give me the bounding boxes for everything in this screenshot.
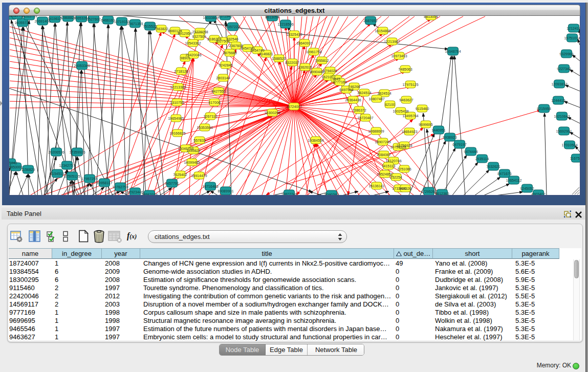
svg-text:9242845: 9242845 [219,63,232,67]
svg-text:10782759: 10782759 [112,185,128,189]
svg-text:3824514: 3824514 [357,91,371,95]
svg-text:7386372: 7386372 [352,108,366,112]
svg-text:16033809: 16033809 [203,16,219,19]
svg-text:252254: 252254 [390,176,402,179]
svg-text:2718126: 2718126 [174,70,188,73]
svg-text:1440951: 1440951 [431,128,445,132]
svg-text:8454749: 8454749 [250,49,264,52]
svg-text:1244415: 1244415 [551,99,565,102]
svg-text:3875685: 3875685 [223,51,236,55]
svg-text:8813054: 8813054 [265,16,279,19]
svg-text:16154808: 16154808 [375,29,390,33]
svg-text:8990448: 8990448 [310,70,323,74]
svg-text:9245052: 9245052 [520,187,534,190]
svg-text:19384554: 19384554 [308,139,323,142]
svg-text:944326: 944326 [399,187,411,190]
svg-text:62100: 62100 [385,103,395,106]
svg-text:2687652: 2687652 [363,19,377,23]
svg-text:12923446: 12923446 [127,190,143,194]
svg-text:23226058: 23226058 [192,30,208,34]
svg-text:16648784: 16648784 [445,50,461,53]
svg-text:2251086: 2251086 [397,167,411,171]
svg-text:4903402: 4903402 [531,192,545,195]
svg-text:9146821: 9146821 [259,52,273,56]
svg-text:15720407: 15720407 [357,116,373,120]
svg-text:17010504: 17010504 [561,143,577,147]
svg-text:10543362: 10543362 [185,41,201,45]
svg-text:557833: 557833 [193,139,205,142]
svg-text:6466160: 6466160 [101,18,115,22]
svg-text:12342757: 12342757 [59,164,75,167]
svg-text:8322037: 8322037 [285,61,299,64]
svg-text:8215958: 8215958 [537,107,551,111]
svg-text:9474444: 9474444 [464,150,477,154]
svg-text:8427552: 8427552 [211,90,225,93]
svg-text:2571945: 2571945 [218,16,232,18]
svg-text:12218506: 12218506 [277,23,293,26]
svg-text:10756928: 10756928 [396,144,412,147]
svg-text:15300295: 15300295 [264,111,280,115]
svg-text:15353594: 15353594 [197,126,212,129]
svg-text:932546: 932546 [226,37,238,41]
svg-text:13716485: 13716485 [202,185,218,188]
svg-text:18640910: 18640910 [296,41,312,45]
svg-text:10973493: 10973493 [391,54,407,58]
svg-text:2935114: 2935114 [475,157,489,161]
svg-text:13495764: 13495764 [402,114,418,118]
svg-text:1588520: 1588520 [272,57,286,60]
svg-text:15914479: 15914479 [191,174,207,178]
svg-text:10807487: 10807487 [368,97,384,101]
svg-text:8090293: 8090293 [324,193,338,195]
svg-text:18724007: 18724007 [286,105,302,108]
svg-text:9115460: 9115460 [416,107,429,111]
svg-text:9329966: 9329966 [559,52,573,56]
svg-text:1167533: 1167533 [570,157,580,160]
svg-text:14120746: 14120746 [385,159,401,163]
svg-text:1415113: 1415113 [382,164,396,168]
svg-text:18907249: 18907249 [375,140,390,144]
svg-text:10872248: 10872248 [281,192,297,195]
svg-text:1362615: 1362615 [298,65,312,69]
svg-text:7485063: 7485063 [398,68,412,71]
svg-text:9463627: 9463627 [399,98,413,102]
svg-text:17957255: 17957255 [81,177,97,181]
svg-text:1310755: 1310755 [170,101,184,104]
svg-text:2084067: 2084067 [377,153,390,157]
svg-text:14055721: 14055721 [14,21,30,25]
svg-text:10958117: 10958117 [97,181,113,185]
svg-text:6794024: 6794024 [323,69,337,73]
svg-text:20206536: 20206536 [48,150,64,154]
svg-text:8813054: 8813054 [424,16,438,18]
svg-text:12213383: 12213383 [170,85,186,89]
svg-text:12213967: 12213967 [384,40,400,43]
svg-text:4335942: 4335942 [9,161,17,165]
svg-text:17359926: 17359926 [69,150,85,154]
svg-text:47295260: 47295260 [421,190,437,193]
svg-text:12093872: 12093872 [551,82,567,86]
svg-text:1154513: 1154513 [51,172,64,176]
svg-text:20053346: 20053346 [74,64,90,68]
svg-text:17975125: 17975125 [402,83,418,86]
svg-text:9227343: 9227343 [557,67,571,71]
svg-text:1527602: 1527602 [86,17,100,21]
svg-text:19654923: 19654923 [401,130,417,134]
svg-text:9699695: 9699695 [419,123,432,126]
svg-text:8471676: 8471676 [497,172,511,176]
svg-text:1449822: 1449822 [186,149,200,152]
svg-text:15751074: 15751074 [564,36,580,40]
svg-text:8912954: 8912954 [178,32,191,35]
svg-text:3267110: 3267110 [204,115,217,118]
svg-text:10025438: 10025438 [393,110,408,113]
svg-text:19166825: 19166825 [169,132,185,135]
svg-text:14265799: 14265799 [21,16,37,18]
svg-text:8938923: 8938923 [443,136,456,139]
svg-text:10671355: 10671355 [127,22,143,26]
svg-text:4612365: 4612365 [435,192,449,195]
svg-text:20364436: 20364436 [345,98,361,102]
svg-text:7563822: 7563822 [154,27,168,31]
svg-text:7955812: 7955812 [315,59,329,62]
svg-text:2803144: 2803144 [216,76,230,80]
svg-text:10210643: 10210643 [554,115,570,118]
svg-text:7632621: 7632621 [486,165,500,168]
svg-text:15692901: 15692901 [556,129,572,133]
